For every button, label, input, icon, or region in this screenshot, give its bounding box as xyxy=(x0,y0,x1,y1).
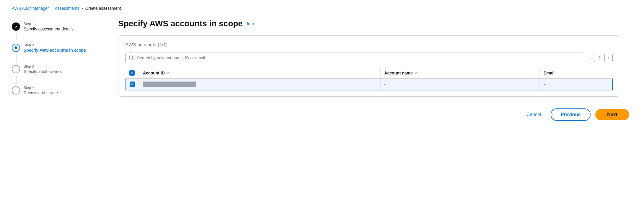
step-connector-1-2 xyxy=(16,33,17,41)
step-4-number: Step 4 xyxy=(24,86,58,90)
step-wizard: Step 1 Specify assessment details Step 2… xyxy=(12,19,106,121)
step-1-icon xyxy=(12,22,20,31)
step-4: Step 4 Review and create xyxy=(12,86,106,95)
header-checkbox[interactable]: ✓ xyxy=(129,70,135,76)
accounts-table: ✓ Account ID ▽ xyxy=(125,68,613,90)
row-checkbox-cell: ✓ xyxy=(126,78,139,90)
breadcrumb: AWS Audit Manager › Assessments › Create… xyxy=(12,6,632,11)
step-2-number: Step 2 xyxy=(24,43,86,47)
account-name-filter-icon[interactable]: ▽ xyxy=(415,71,417,75)
breadcrumb-current: Create assessment xyxy=(85,6,121,11)
step-1-content: Step 1 Specify assessment details xyxy=(24,22,74,31)
card-title: AWS accounts (1/1) xyxy=(125,42,613,48)
cancel-button[interactable]: Cancel xyxy=(522,110,546,120)
pagination-prev-btn[interactable]: ‹ xyxy=(587,54,595,62)
step-1: Step 1 Specify assessment details xyxy=(12,22,106,31)
search-icon xyxy=(129,56,134,60)
row-account-name: - xyxy=(381,78,539,90)
breadcrumb-sep-1: › xyxy=(51,6,53,10)
step-4-label: Review and create xyxy=(24,90,58,95)
step-4-icon xyxy=(12,86,20,95)
card-count: (1/1) xyxy=(158,42,167,47)
th-checkbox: ✓ xyxy=(126,68,139,78)
step-3: Step 3 Specify audit owners xyxy=(12,64,106,74)
row-account-id xyxy=(139,78,380,90)
step-2-label: Specify AWS accounts in scope xyxy=(24,48,86,53)
header-checkmark: ✓ xyxy=(131,71,133,75)
th-account-id: Account ID ▽ xyxy=(139,68,380,78)
table-row: ✓ - - xyxy=(126,78,612,90)
step-connector-3-4 xyxy=(16,76,17,84)
info-link[interactable]: Info xyxy=(247,21,254,26)
pagination-controls: ‹ 1 › xyxy=(587,54,613,62)
step-3-content: Step 3 Specify audit owners xyxy=(24,64,62,74)
step-3-label: Specify audit owners xyxy=(24,69,62,74)
step-3-number: Step 3 xyxy=(24,64,62,69)
account-id-filter-icon[interactable]: ▽ xyxy=(167,71,169,75)
previous-button[interactable]: Previous xyxy=(551,108,591,121)
page-title-row: Specify AWS accounts in scope Info xyxy=(118,19,632,28)
row-checkbox[interactable]: ✓ xyxy=(130,82,135,87)
step-2-icon xyxy=(12,44,20,52)
pagination-page: 1 xyxy=(597,56,603,60)
th-email: Email xyxy=(540,68,612,78)
breadcrumb-assessments[interactable]: Assessments xyxy=(55,6,79,11)
account-id-redacted xyxy=(143,82,196,87)
search-wrapper xyxy=(125,53,583,63)
row-email: - xyxy=(540,78,612,90)
step-2-icon-inner xyxy=(14,46,17,49)
pagination-next-btn[interactable]: › xyxy=(604,54,613,62)
table-header-row: ✓ Account ID ▽ xyxy=(126,68,612,78)
aws-accounts-card: AWS accounts (1/1) ‹ 1 xyxy=(118,35,620,97)
next-button[interactable]: Next xyxy=(595,109,629,120)
step-2-content: Step 2 Specify AWS accounts in scope xyxy=(24,43,86,53)
step-4-content: Step 4 Review and create xyxy=(24,86,58,95)
th-account-name: Account name ▽ xyxy=(381,68,539,78)
step-connector-2-3 xyxy=(16,54,17,63)
main-content: Specify AWS accounts in scope Info AWS a… xyxy=(106,19,632,121)
breadcrumb-aws-audit-manager[interactable]: AWS Audit Manager xyxy=(12,6,49,11)
search-input[interactable] xyxy=(125,53,583,63)
step-1-number: Step 1 xyxy=(24,22,74,26)
row-checkmark: ✓ xyxy=(131,82,134,86)
step-1-label: Specify assessment details xyxy=(24,27,74,31)
svg-point-0 xyxy=(14,25,18,29)
step-3-icon xyxy=(12,65,20,73)
breadcrumb-sep-2: › xyxy=(82,6,83,10)
footer-actions: Cancel Previous Next xyxy=(118,108,632,121)
step-2: Step 2 Specify AWS accounts in scope xyxy=(12,43,106,53)
page-title: Specify AWS accounts in scope xyxy=(118,19,243,28)
search-pagination-row: ‹ 1 › xyxy=(125,53,613,63)
